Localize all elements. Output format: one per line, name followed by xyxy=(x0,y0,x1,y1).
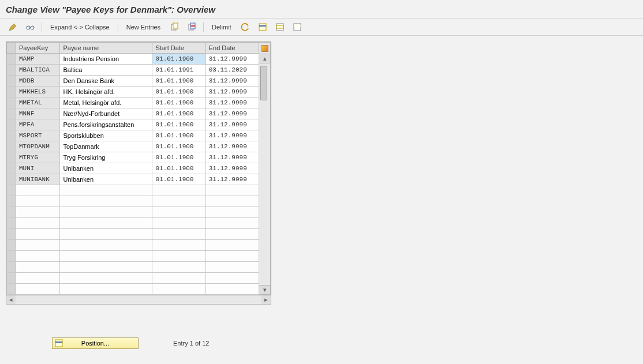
row-selector[interactable] xyxy=(7,65,16,76)
cell-payeename[interactable]: HK, Helsingör afd. xyxy=(60,87,152,97)
vertical-scrollbar[interactable]: ▴ ▾ xyxy=(259,54,271,295)
row-selector[interactable] xyxy=(7,262,16,273)
position-button[interactable]: Position... xyxy=(52,337,139,349)
cell-payeekey[interactable]: MUNIBANK xyxy=(16,174,60,185)
row-selector[interactable] xyxy=(7,141,16,152)
delimit-button[interactable]: Delimit xyxy=(208,22,235,32)
table-row[interactable]: MUNIUnibanken01.01.190031.12.9999 xyxy=(7,163,259,174)
row-selector[interactable] xyxy=(7,229,16,240)
table-row-empty[interactable] xyxy=(7,185,259,196)
row-selector[interactable] xyxy=(7,76,16,87)
row-selector[interactable] xyxy=(7,108,16,119)
col-header-payeename[interactable]: Payee name xyxy=(60,43,152,54)
cell-payeename[interactable]: Tryg Forsikring xyxy=(60,152,152,163)
payee-table[interactable]: PayeeKey Payee name Start Date End Date … xyxy=(6,42,259,295)
row-selector-header[interactable] xyxy=(7,43,16,54)
cell-payeekey[interactable]: MHKHELS xyxy=(16,87,60,97)
row-selector[interactable] xyxy=(7,284,16,295)
table-config-button[interactable] xyxy=(259,42,271,54)
table-row[interactable]: MDDBDen Danske Bank01.01.190031.12.9999 xyxy=(7,76,259,87)
cell-payeename[interactable] xyxy=(60,251,152,262)
cell-startdate[interactable] xyxy=(152,229,205,240)
cell-startdate[interactable]: 01.01.1900 xyxy=(152,108,205,119)
cell-payeename[interactable]: Sportsklubben xyxy=(60,130,152,141)
cell-enddate[interactable] xyxy=(205,218,259,229)
table-row-empty[interactable] xyxy=(7,218,259,229)
cell-payeekey[interactable] xyxy=(16,240,60,251)
row-selector[interactable] xyxy=(7,185,16,196)
scroll-track[interactable] xyxy=(259,63,270,285)
other-view-button[interactable] xyxy=(23,21,37,33)
cell-enddate[interactable] xyxy=(205,196,259,207)
cell-startdate[interactable] xyxy=(152,196,205,207)
cell-payeekey[interactable]: MDDB xyxy=(16,76,60,87)
cell-startdate[interactable]: 01.01.1900 xyxy=(152,163,205,174)
cell-payeekey[interactable]: MNNF xyxy=(16,108,60,119)
table-row-empty[interactable] xyxy=(7,207,259,218)
cell-payeename[interactable] xyxy=(60,185,152,196)
new-entries-button[interactable]: New Entries xyxy=(123,22,164,32)
cell-payeename[interactable] xyxy=(60,284,152,295)
row-selector[interactable] xyxy=(7,97,16,108)
table-row[interactable]: MTRYGTryg Forsikring01.01.190031.12.9999 xyxy=(7,152,259,163)
table-row-empty[interactable] xyxy=(7,251,259,262)
cell-enddate[interactable] xyxy=(205,273,259,284)
row-selector[interactable] xyxy=(7,119,16,130)
row-selector[interactable] xyxy=(7,152,16,163)
cell-startdate[interactable]: 01.01.1900 xyxy=(152,87,205,97)
cell-startdate[interactable] xyxy=(152,262,205,273)
cell-payeename[interactable] xyxy=(60,218,152,229)
cell-enddate[interactable]: 31.12.9999 xyxy=(205,87,259,97)
undo-change-button[interactable] xyxy=(238,21,252,33)
cell-payeekey[interactable]: MPFA xyxy=(16,119,60,130)
col-header-payeekey[interactable]: PayeeKey xyxy=(16,43,60,54)
table-row[interactable]: MBALTICABaltica01.01.199103.11.2029 xyxy=(7,65,259,76)
cell-payeename[interactable]: Metal, Helsingör afd. xyxy=(60,97,152,108)
cell-enddate[interactable]: 31.12.9999 xyxy=(205,174,259,185)
row-selector[interactable] xyxy=(7,240,16,251)
row-selector[interactable] xyxy=(7,218,16,229)
cell-enddate[interactable] xyxy=(205,251,259,262)
cell-startdate[interactable]: 01.01.1900 xyxy=(152,119,205,130)
horizontal-scrollbar[interactable]: ◂ ▸ xyxy=(6,295,271,305)
cell-payeekey[interactable] xyxy=(16,229,60,240)
cell-startdate[interactable] xyxy=(152,240,205,251)
row-selector[interactable] xyxy=(7,163,16,174)
cell-payeekey[interactable]: MAMP xyxy=(16,54,60,65)
cell-enddate[interactable]: 31.12.9999 xyxy=(205,119,259,130)
cell-startdate[interactable] xyxy=(152,273,205,284)
cell-payeekey[interactable] xyxy=(16,196,60,207)
table-row[interactable]: MTOPDANMTopDanmark01.01.190031.12.9999 xyxy=(7,141,259,152)
table-row-empty[interactable] xyxy=(7,196,259,207)
cell-startdate[interactable]: 01.01.1900 xyxy=(152,54,205,65)
cell-startdate[interactable]: 01.01.1900 xyxy=(152,141,205,152)
cell-startdate[interactable] xyxy=(152,218,205,229)
cell-enddate[interactable] xyxy=(205,229,259,240)
cell-startdate[interactable]: 01.01.1900 xyxy=(152,152,205,163)
cell-enddate[interactable] xyxy=(205,284,259,295)
cell-enddate[interactable] xyxy=(205,262,259,273)
table-row[interactable]: MHKHELSHK, Helsingör afd.01.01.190031.12… xyxy=(7,87,259,97)
cell-payeename[interactable]: Unibanken xyxy=(60,174,152,185)
cell-payeename[interactable] xyxy=(60,240,152,251)
cell-enddate[interactable] xyxy=(205,185,259,196)
cell-enddate[interactable]: 31.12.9999 xyxy=(205,108,259,119)
cell-enddate[interactable]: 31.12.9999 xyxy=(205,97,259,108)
col-header-enddate[interactable]: End Date xyxy=(205,43,259,54)
cell-enddate[interactable]: 31.12.9999 xyxy=(205,130,259,141)
cell-startdate[interactable] xyxy=(152,251,205,262)
table-row-empty[interactable] xyxy=(7,284,259,295)
select-all-button[interactable] xyxy=(256,21,270,33)
row-selector[interactable] xyxy=(7,130,16,141)
cell-startdate[interactable] xyxy=(152,185,205,196)
cell-payeekey[interactable]: MTOPDANM xyxy=(16,141,60,152)
scroll-down-arrow[interactable]: ▾ xyxy=(259,285,270,294)
expand-collapse-button[interactable]: Expand <-> Collapse xyxy=(47,22,113,32)
table-row[interactable]: MSPORTSportsklubben01.01.190031.12.9999 xyxy=(7,130,259,141)
table-row-empty[interactable] xyxy=(7,262,259,273)
cell-enddate[interactable]: 31.12.9999 xyxy=(205,163,259,174)
select-block-button[interactable] xyxy=(273,21,287,33)
scroll-thumb[interactable] xyxy=(260,66,267,100)
cell-payeekey[interactable]: MUNI xyxy=(16,163,60,174)
scroll-left-arrow[interactable]: ◂ xyxy=(6,295,16,304)
